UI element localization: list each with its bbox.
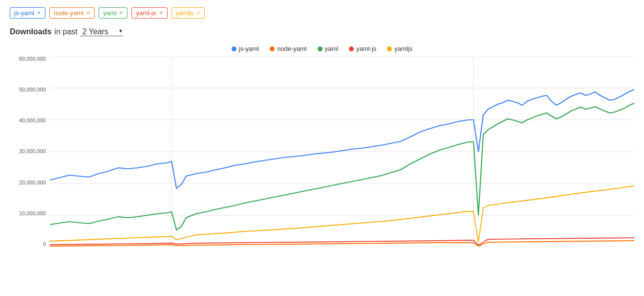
legend-yaml-js: yaml-js [349, 45, 376, 52]
tag-close-yaml[interactable]: ✕ [119, 10, 123, 16]
chart-svg: 2021 2022 [50, 56, 634, 247]
chart-svg-container: 2021 2022 [50, 56, 634, 247]
legend-js-yaml: js-yaml [232, 45, 259, 52]
tag-yaml-js[interactable]: yaml-js ✕ [131, 7, 167, 19]
tag-close-js-yaml[interactable]: ✕ [37, 10, 41, 16]
tag-node-yaml[interactable]: node-yaml ✕ [49, 7, 95, 19]
tag-close-yaml-js[interactable]: ✕ [159, 10, 163, 16]
y-label-30m: 30,000,000 [10, 149, 46, 154]
y-label-10m: 10,000,000 [10, 211, 46, 216]
chart-area: js-yaml node-yaml yaml yaml-js yamljs [10, 45, 634, 247]
y-label-40m: 40,000,000 [10, 118, 46, 123]
legend-dot-yaml-js [349, 46, 354, 51]
tag-label: node-yaml [54, 9, 84, 17]
legend-node-yaml: node-yaml [270, 45, 307, 52]
downloads-header: Downloads in past 1 Week 1 Month 3 Month… [10, 27, 634, 36]
y-label-50m: 50,000,000 [10, 87, 46, 92]
period-select-wrapper[interactable]: 1 Week 1 Month 3 Months 6 Months 1 Year … [80, 27, 123, 36]
tag-js-yaml[interactable]: js-yaml ✕ [10, 7, 45, 19]
downloads-label: Downloads [10, 27, 51, 36]
tag-label: js-yaml [14, 9, 34, 17]
legend-label-yamljs: yamljs [394, 45, 412, 52]
legend-dot-js-yaml [232, 46, 236, 51]
legend-yamljs: yamljs [387, 45, 412, 52]
chart-wrapper: 60,000,000 50,000,000 40,000,000 30,000,… [10, 56, 634, 247]
line-js-yaml [50, 90, 634, 188]
y-label-20m: 20,000,000 [10, 180, 46, 185]
y-label-0: 0 [10, 242, 46, 247]
y-label-60m: 60,000,000 [10, 56, 46, 62]
chart-legend: js-yaml node-yaml yaml yaml-js yamljs [10, 45, 634, 52]
y-axis: 60,000,000 50,000,000 40,000,000 30,000,… [10, 56, 50, 247]
legend-dot-yamljs [387, 46, 392, 51]
legend-dot-node-yaml [270, 46, 275, 51]
tag-label: yamljs [176, 9, 194, 17]
legend-label-js-yaml: js-yaml [239, 45, 259, 52]
tag-close-node-yaml[interactable]: ✕ [86, 10, 90, 16]
tag-label: yaml [103, 9, 116, 17]
tag-yaml[interactable]: yaml ✕ [99, 7, 128, 19]
line-yaml [50, 103, 634, 230]
tag-yamljs[interactable]: yamljs ✕ [172, 7, 205, 19]
legend-label-node-yaml: node-yaml [277, 45, 307, 52]
legend-label-yaml: yaml [325, 45, 338, 52]
legend-yaml: yaml [318, 45, 338, 52]
tag-label: yaml-js [136, 9, 156, 17]
line-yamljs [50, 186, 634, 242]
legend-dot-yaml [318, 46, 322, 51]
in-past-label: in past [54, 27, 77, 36]
period-select[interactable]: 1 Week 1 Month 3 Months 6 Months 1 Year … [80, 27, 123, 36]
tag-close-yamljs[interactable]: ✕ [196, 10, 200, 16]
tags-row: js-yaml ✕ node-yaml ✕ yaml ✕ yaml-js ✕ y… [10, 7, 634, 19]
legend-label-yaml-js: yaml-js [356, 45, 376, 52]
